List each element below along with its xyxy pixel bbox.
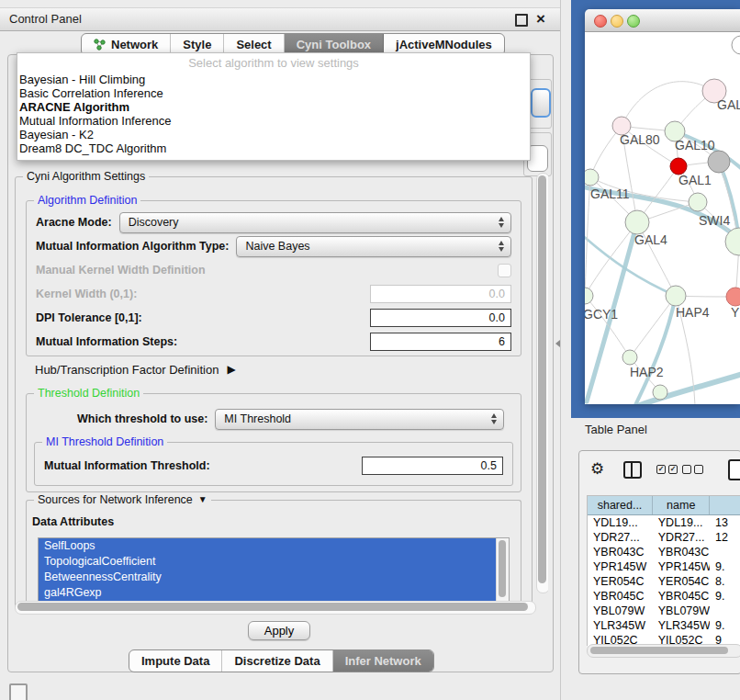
dpi-tolerance-input[interactable]: 0.0 <box>370 309 511 327</box>
apply-button[interactable]: Apply <box>248 621 310 640</box>
algorithm-option-selected[interactable]: ARACNE Algorithm <box>17 100 530 114</box>
tab-label: Cyni Toolbox <box>297 38 371 51</box>
aracne-mode-value: Discovery <box>129 216 179 229</box>
table-row[interactable]: YPR145WYPR145W9. <box>588 559 740 574</box>
control-panel-titlebar: Control Panel × <box>0 7 560 31</box>
mac-close-icon[interactable] <box>594 15 607 28</box>
network-view-container: GAL GAL80 GAL10 GAL1 GAL11 SWI4 GAL4 GCY… <box>571 0 740 418</box>
node-gray[interactable] <box>708 151 730 173</box>
new-table-icon[interactable] <box>728 459 740 480</box>
kernel-width-label: Kernel Width (0,1): <box>36 288 137 300</box>
tab-label: Select <box>236 38 271 51</box>
node-salmon[interactable] <box>726 288 740 306</box>
network-icon <box>94 39 106 51</box>
mi-type-select[interactable]: Naive Bayes <box>236 236 511 257</box>
group-legend: Threshold Definition <box>34 387 143 400</box>
screen: Control Panel × Network Style <box>0 0 740 700</box>
algorithm-option[interactable]: Bayesian - K2 <box>17 128 530 141</box>
control-panel: Control Panel × Network Style <box>0 0 561 700</box>
which-threshold-value: MI Threshold <box>224 412 291 425</box>
node-label-gal10: GAL10 <box>675 138 715 152</box>
collapse-down-icon[interactable]: ▼ <box>198 493 207 506</box>
node-gal11[interactable] <box>585 169 599 186</box>
table-horizontal-scrollbar[interactable] <box>587 644 740 658</box>
column-header[interactable]: shared... <box>588 496 653 514</box>
node-label-y: Y <box>731 305 740 320</box>
node-label-gal11: GAL11 <box>590 186 630 201</box>
mac-minimize-icon[interactable] <box>611 15 623 28</box>
close-icon[interactable]: × <box>533 8 548 30</box>
hub-definition-expander[interactable]: Hub/Transcription Factor Definition ▶ <box>35 360 236 378</box>
node-gal4[interactable] <box>625 210 649 234</box>
node-hap2[interactable] <box>622 350 637 365</box>
table-row[interactable]: YER054CYER054C8. <box>588 574 740 589</box>
tab-infer-network[interactable]: Infer Network <box>333 650 433 672</box>
group-legend: Algorithm Definition <box>34 194 140 207</box>
column-header[interactable]: name <box>653 496 710 514</box>
table-panel-title: Table Panel <box>585 423 647 436</box>
network-window: GAL GAL80 GAL10 GAL1 GAL11 SWI4 GAL4 GCY… <box>585 9 740 404</box>
table-row[interactable]: YBR045CYBR045C9. <box>588 589 740 604</box>
docked-panel-icon[interactable] <box>9 683 28 700</box>
table-panel: ⚙ ✓✓ shared... name YDL19...YDL19...13 Y… <box>578 450 740 674</box>
node-label-gal80: GAL80 <box>620 132 660 147</box>
settings-vertical-scrollbar[interactable] <box>536 173 548 593</box>
node-label-hap2: HAP2 <box>630 365 664 379</box>
manual-kernel-label: Manual Kernel Width Definition <box>36 264 206 277</box>
node-cut-top[interactable] <box>732 36 740 54</box>
node-hap4[interactable] <box>666 286 686 306</box>
algorithm-option[interactable]: Basic Correlation Inference <box>17 86 530 100</box>
algorithm-option[interactable]: Bayesian - Hill Climbing <box>17 73 530 86</box>
network-window-titlebar[interactable] <box>585 9 740 32</box>
node-bottom[interactable] <box>653 385 667 400</box>
column-header[interactable] <box>710 496 740 514</box>
mi-steps-label: Mutual Information Steps: <box>36 335 177 348</box>
group-legend: MI Threshold Definition <box>42 435 167 448</box>
unselect-all-columns-icon[interactable] <box>682 465 703 474</box>
mi-threshold-label: Mutual Information Threshold: <box>44 459 210 472</box>
algorithm-option[interactable]: Mutual Information Inference <box>17 114 530 128</box>
select-all-columns-icon[interactable]: ✓✓ <box>656 465 678 474</box>
tab-label: Discretize Data <box>234 654 320 668</box>
table-header: shared... name <box>588 496 740 515</box>
columns-icon[interactable] <box>623 461 642 479</box>
node-label-gal4: GAL4 <box>634 232 667 247</box>
network-canvas[interactable]: GAL GAL80 GAL10 GAL1 GAL11 SWI4 GAL4 GCY… <box>585 32 740 404</box>
spinner-arrows-icon <box>499 217 504 228</box>
cyni-settings-scrollpane: Cyni Algorithm Settings Algorithm Defini… <box>12 169 548 615</box>
hidden-focused-combo-fragment <box>531 88 551 118</box>
mac-zoom-icon[interactable] <box>627 15 640 28</box>
which-threshold-select[interactable]: MI Threshold <box>215 409 504 430</box>
node-label-hap4: HAP4 <box>676 305 710 320</box>
list-item[interactable]: SelfLoops <box>39 538 497 554</box>
settings-horizontal-scrollbar[interactable] <box>15 601 536 615</box>
tab-impute-data[interactable]: Impute Data <box>129 650 222 672</box>
node-label-gcy1: GCY1 <box>585 307 618 322</box>
sources-group: Sources for Network Inference ▼ Data Att… <box>26 500 521 609</box>
node-gcy1[interactable] <box>585 288 593 304</box>
mi-threshold-input[interactable]: 0.5 <box>362 457 503 475</box>
tab-discretize-data[interactable]: Discretize Data <box>222 650 332 672</box>
node-gal1[interactable] <box>689 193 707 211</box>
table-row[interactable]: YDL19...YDL19...13 <box>588 515 740 530</box>
float-window-icon[interactable] <box>515 14 528 27</box>
node-table: shared... name YDL19...YDL19...13 YDR27.… <box>587 495 740 646</box>
list-item[interactable]: BetweennessCentrality <box>39 570 497 585</box>
list-item[interactable]: TopologicalCoefficient <box>39 554 497 570</box>
kernel-width-input[interactable]: 0.0 <box>370 285 511 303</box>
list-item[interactable]: gal4RGexp <box>39 585 497 601</box>
manual-kernel-checkbox[interactable] <box>498 264 511 277</box>
table-row[interactable]: YBL079WYBL079W <box>588 604 740 618</box>
threshold-definition-group: Threshold Definition Which threshold to … <box>26 393 521 492</box>
mi-type-value: Naive Bayes <box>245 240 309 253</box>
mi-steps-input[interactable]: 6 <box>370 333 511 351</box>
aracne-mode-select[interactable]: Discovery <box>119 212 511 233</box>
algorithm-option[interactable]: Dream8 DC_TDC Algorithm <box>17 141 530 155</box>
tab-label: jActiveMNodules <box>396 38 492 51</box>
table-row[interactable]: YDR27...YDR27...12 <box>588 530 740 545</box>
table-row[interactable]: YLR345WYLR345W9. <box>588 618 740 633</box>
splitter-collapse-icon[interactable] <box>555 340 560 347</box>
mi-type-label: Mutual Information Algorithm Type: <box>36 240 229 253</box>
table-row[interactable]: YBR043CYBR043C <box>588 545 740 559</box>
gear-icon[interactable]: ⚙ <box>590 458 604 480</box>
